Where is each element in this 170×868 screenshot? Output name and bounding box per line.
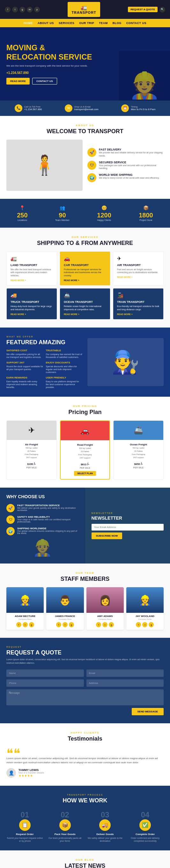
howwork-num-3: 03 xyxy=(87,810,124,819)
topbar-socials[interactable]: f t g in y xyxy=(5,7,40,12)
team-gp-icon[interactable]: g xyxy=(29,622,34,627)
quote-name-input[interactable] xyxy=(6,670,84,677)
howwork-step-title-1: Request Order xyxy=(6,833,43,836)
howwork-desc-3: We safely deliver your goods to the dest… xyxy=(87,837,124,842)
featured-label: WHAT WE OFFER xyxy=(6,336,83,338)
featured-cost-title: SATISFIED COST xyxy=(6,349,43,352)
logo-text: TRANSPORT xyxy=(72,10,96,14)
stat-team-number: 90 xyxy=(55,212,70,219)
team-tw3-icon[interactable]: t xyxy=(102,622,108,627)
team-socials-4[interactable]: f t g xyxy=(126,622,164,630)
feature-secured-desc: Your packages are safe and secured with … xyxy=(99,164,164,170)
select-plan-button[interactable]: SELECT PLAN xyxy=(74,471,96,476)
service-air-readmore[interactable]: READ MORE + xyxy=(117,276,160,278)
pricing-ocean-d3: Free Packaging xyxy=(117,453,160,455)
nav-trip[interactable]: OUR TRIP xyxy=(79,22,94,25)
news-section: OUR BLOG LATEST NEWS 🚢 06 / 2024 OUR SEA… xyxy=(0,850,170,868)
service-truck: 🚚 TRUCK TRANSPORT Heavy-duty truck trans… xyxy=(6,288,57,319)
howwork-grid: 01 📋 Request Order Submit your transport… xyxy=(6,810,164,842)
pricing-ocean-per: PER MILE xyxy=(117,466,160,469)
hero-read-more-button[interactable]: READ MORE xyxy=(6,78,30,85)
service-train-readmore[interactable]: READ MORE + xyxy=(117,313,160,315)
author-avatar: 👤 xyxy=(6,768,16,778)
nav-about[interactable]: ABOUT US xyxy=(38,22,54,25)
send-message-button[interactable]: SEND MESSAGE xyxy=(132,708,164,715)
team-fb-icon[interactable]: f xyxy=(16,622,22,627)
pricing-road-d4: 24/7 support xyxy=(64,457,107,459)
howwork-step-title-4: Complete Order xyxy=(127,833,164,836)
google-icon[interactable]: g xyxy=(19,7,25,12)
service-ocean-readmore[interactable]: READ MORE + xyxy=(64,313,106,315)
request-quote-button[interactable]: REQUEST A QUOTE xyxy=(128,7,158,12)
services-grid: 🚛 LAND TRANSPORT We offer the best land … xyxy=(6,251,164,319)
howwork-icon-3: 🚚 xyxy=(99,819,111,831)
hero-contact-button[interactable]: CONTACT US xyxy=(32,78,57,85)
service-land-desc: We offer the best land transport solutio… xyxy=(10,268,53,277)
youtube-icon[interactable]: y xyxy=(34,7,40,12)
header-right: REQUEST A QUOTE 🔍 xyxy=(128,7,165,12)
nav-services[interactable]: SERVICES xyxy=(59,22,74,25)
hero-section: MOVING & RELOCATION SERVICE We are the b… xyxy=(0,27,170,100)
team-socials-2[interactable]: f t g xyxy=(46,622,84,630)
team-member-1: 👷 ADAM BECTURE Company Boss f t g xyxy=(6,587,44,630)
team-fb3-icon[interactable]: f xyxy=(96,622,101,627)
team-socials-1[interactable]: f t g xyxy=(6,622,44,630)
linkedin-icon[interactable]: in xyxy=(27,7,33,12)
quote-desc: Lorem ipsum dolor sit amet, consectetur … xyxy=(6,658,164,665)
pricing-ocean: 🚢 Ocean Freight 550 kg / pallet 20 Palle… xyxy=(113,421,164,479)
subscribe-button[interactable]: SUBSCRIBE NOW xyxy=(91,532,123,539)
clock-icon: ⏰ xyxy=(121,104,129,112)
pricing-ocean-d1: 550 kg / pallet xyxy=(117,447,160,449)
service-land-readmore[interactable]: READ MORE + xyxy=(10,279,53,281)
pricing-air-body: Air Freight 550 kg / pallet 20 Pallets F… xyxy=(7,440,56,472)
service-car-readmore[interactable]: READ MORE + xyxy=(64,279,106,281)
search-icon[interactable]: 🔍 xyxy=(160,7,165,12)
facebook-icon[interactable]: f xyxy=(5,7,10,12)
feature-worldwide-title: WORLD WIDE SHIPPING xyxy=(99,173,160,177)
howwork-step-title-3: Deliver Goods xyxy=(87,833,124,836)
timing-label: Timing xyxy=(131,106,155,108)
quote-phone-input[interactable] xyxy=(6,679,84,687)
why-shipping-desc: Our global network ensures seamless ship… xyxy=(17,530,79,534)
nav-blog[interactable]: BLOG xyxy=(113,22,122,25)
stat-team-label: Team Member xyxy=(55,219,70,221)
nav-contact[interactable]: CONTACT US xyxy=(126,22,146,25)
pricing-air-per: PER MILE xyxy=(10,466,53,469)
quote-title: REQUEST A QUOTE xyxy=(6,649,164,656)
team-title: STAFF MEMBERS xyxy=(6,576,164,582)
testimonials-title: Testimonials xyxy=(6,736,164,742)
quote-message-textarea[interactable] xyxy=(6,689,164,705)
service-truck-readmore[interactable]: READ MORE + xyxy=(10,313,53,315)
team-socials-3[interactable]: f t g xyxy=(86,622,124,630)
featured-item-support: SUPPORT 24/7 Round the clock support ava… xyxy=(6,361,43,374)
team-gp2-icon[interactable]: g xyxy=(69,622,74,627)
team-tw2-icon[interactable]: t xyxy=(62,622,68,627)
quote-email-input[interactable] xyxy=(86,670,164,677)
team-fb4-icon[interactable]: f xyxy=(136,622,141,627)
twitter-icon[interactable]: t xyxy=(12,7,18,12)
quote-address-input[interactable] xyxy=(86,679,164,687)
team-tw4-icon[interactable]: t xyxy=(142,622,147,627)
about-image: 🧍 xyxy=(6,140,83,191)
nav-home[interactable]: HOME xyxy=(24,22,33,25)
team-gp3-icon[interactable]: g xyxy=(109,622,114,627)
howwork-desc-1: Submit your transport request online or … xyxy=(6,837,43,842)
team-gp4-icon[interactable]: g xyxy=(148,622,154,627)
service-car-desc: Professional car transport services for … xyxy=(64,268,106,277)
team-fb2-icon[interactable]: f xyxy=(56,622,61,627)
team-name-3: AMY ADAMS xyxy=(86,613,124,618)
pricing-ocean-d2: 20 Pallets xyxy=(117,450,160,452)
pricing-ocean-name: Ocean Freight xyxy=(117,443,160,446)
about-title: WELCOME TO TRANSPORT xyxy=(6,128,164,135)
newsletter-email-input[interactable] xyxy=(91,524,164,530)
hero-worker-icon: 👷 xyxy=(129,70,161,100)
nav-team[interactable]: TEAM xyxy=(99,22,108,25)
truck2-icon: 🚚 xyxy=(10,292,53,299)
team-img-3: 👩 xyxy=(86,587,124,613)
feature-secured-title: SECURED SERVICE xyxy=(99,161,164,164)
featured-item-rewards: EARN REWARDS Earn loyalty rewards with e… xyxy=(6,376,43,389)
featured-title: FEATURED AMAZING xyxy=(6,339,83,346)
info-email: ✉ Drop Us A Email transport@email.com xyxy=(65,104,98,112)
pricing-ocean-price-value: $650 xyxy=(134,463,140,466)
team-tw-icon[interactable]: t xyxy=(23,622,28,627)
